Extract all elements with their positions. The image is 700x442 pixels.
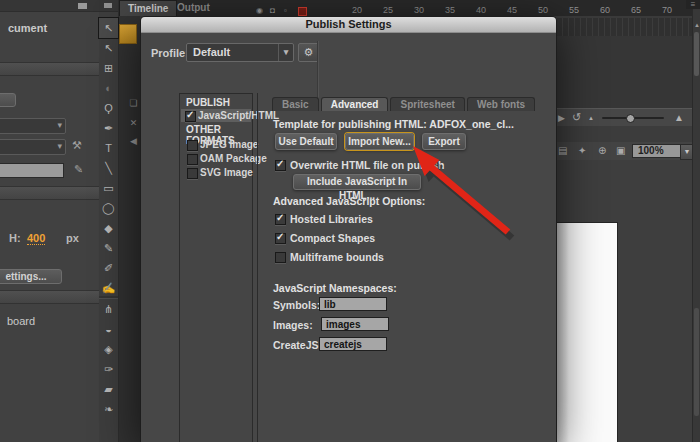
properties-dropdown-2[interactable]: ▾ xyxy=(0,139,66,155)
field-label: CreateJS: xyxy=(273,339,322,351)
properties-dropdown-1[interactable]: ▾ xyxy=(0,118,66,134)
profile-dropdown[interactable]: Default ▾ xyxy=(186,43,294,62)
checkbox-unchecked[interactable] xyxy=(187,168,198,179)
mountain-icon[interactable]: ▲ xyxy=(674,112,684,123)
loop-icon[interactable]: ↺ xyxy=(572,111,581,124)
include-javascript-button[interactable]: Include JavaScript In HTML... xyxy=(293,174,421,190)
export-button[interactable]: Export xyxy=(422,133,466,150)
pencil-tool-icon[interactable]: ✎ xyxy=(99,238,118,258)
lock-icon[interactable]: ◘ xyxy=(270,6,275,15)
checkbox-checked[interactable]: ✓ xyxy=(275,214,286,225)
clip-content-icon[interactable]: ▣ xyxy=(616,145,625,156)
checkbox-unchecked[interactable] xyxy=(187,140,198,151)
checkbox-checked[interactable]: ✓ xyxy=(275,233,286,244)
tab-output[interactable]: Output xyxy=(169,0,218,15)
slider-thumb[interactable] xyxy=(626,114,635,123)
free-transform-tool-icon[interactable]: ⊞ xyxy=(99,58,118,78)
tab-advanced[interactable]: Advanced xyxy=(321,97,389,111)
timeline-control-bar: ▶ ↺ ▲ ▲ xyxy=(556,108,692,128)
paint-brush-tool-icon[interactable]: ✍ xyxy=(99,278,118,298)
section-bar[interactable] xyxy=(0,186,99,200)
timeline-frame-ruler[interactable] xyxy=(556,18,692,37)
timeline-zoom-slider[interactable] xyxy=(602,117,664,119)
list-item-svg[interactable]: SVG Image xyxy=(181,166,251,179)
chevron-left-icon[interactable]: ◀ xyxy=(127,136,140,146)
pencil-icon[interactable]: ✎ xyxy=(74,163,83,176)
oval-tool-icon[interactable]: ◯ xyxy=(99,198,118,218)
small-up-icon[interactable]: ▲ xyxy=(588,115,594,121)
layer-color-swatch[interactable] xyxy=(298,7,307,16)
document-label: cument xyxy=(8,22,47,34)
checkbox-label: Multiframe bounds xyxy=(290,251,384,263)
scrollbar-thumb[interactable] xyxy=(694,32,699,76)
ruler-number: 25 xyxy=(383,5,393,15)
pen-tool-icon[interactable]: ✒ xyxy=(99,118,118,138)
properties-text-field[interactable] xyxy=(0,163,64,178)
settings-button[interactable]: ettings... xyxy=(0,269,62,284)
polystar-tool-icon[interactable]: ◆ xyxy=(99,218,118,238)
check-icon: ✓ xyxy=(276,212,284,223)
section-bar[interactable] xyxy=(0,62,99,76)
scroll-up-icon[interactable]: ▲ xyxy=(693,22,700,28)
vertical-scrollbar[interactable]: ▲ xyxy=(692,0,700,442)
profile-options-button[interactable]: ⚙ xyxy=(298,43,319,62)
checkbox-label: Compact Shapes xyxy=(290,232,375,244)
height-unit: px xyxy=(66,232,79,244)
list-item-label: SVG Image xyxy=(200,167,253,178)
symbols-input[interactable] xyxy=(319,297,387,311)
checkbox-unchecked[interactable] xyxy=(275,252,286,263)
list-item-javascript-html[interactable]: ✓ JavaScript/HTML xyxy=(181,109,251,122)
brush-tool-icon[interactable]: ✐ xyxy=(99,258,118,278)
check-icon: ✓ xyxy=(186,109,194,120)
bone-tool-icon[interactable]: ⋔ xyxy=(99,298,118,319)
tab-spritesheet[interactable]: Spritesheet xyxy=(390,97,464,111)
edit-scene-icon[interactable]: ▤ xyxy=(558,145,567,156)
timeline-track-area[interactable] xyxy=(556,36,692,108)
deco-tool-icon[interactable]: ❧ xyxy=(99,399,118,419)
dialog-title[interactable]: Publish Settings xyxy=(141,17,556,33)
eye-icon[interactable]: ◉ xyxy=(256,6,263,15)
tab-basic[interactable]: Basic xyxy=(272,97,319,111)
text-tool-icon[interactable]: T xyxy=(99,138,118,158)
edit-symbols-icon[interactable]: ✦ xyxy=(578,145,586,156)
wrench-icon[interactable]: ⚒ xyxy=(72,139,82,152)
subselection-tool-icon[interactable]: ↖ xyxy=(99,38,118,58)
line-tool-icon[interactable]: ╲ xyxy=(99,158,118,178)
selection-tool-icon[interactable]: ↖ xyxy=(99,18,118,38)
timeline-header-bar: Timeline Output ◉ ◘ ▫ 20 25 30 35 40 45 … xyxy=(119,0,700,16)
timeline-left-strip xyxy=(119,16,140,442)
section-bar[interactable] xyxy=(0,290,99,304)
eraser-tool-icon[interactable]: ▰ xyxy=(99,379,118,399)
ink-bottle-tool-icon[interactable]: ◈ xyxy=(99,339,118,359)
height-value[interactable]: 400 xyxy=(27,232,45,245)
outline-icon[interactable]: ▫ xyxy=(284,6,287,15)
tab-web-fonts[interactable]: Web fonts xyxy=(467,97,535,111)
eyedropper-tool-icon[interactable]: ✑ xyxy=(99,359,118,379)
layers-icon[interactable]: ❏ xyxy=(127,98,140,108)
cropped-button[interactable] xyxy=(0,93,16,107)
checkbox-unchecked[interactable] xyxy=(187,154,198,165)
list-item-oam[interactable]: OAM Package xyxy=(181,152,251,165)
lasso-tool-icon[interactable]: Ϙ xyxy=(99,98,118,118)
close-icon[interactable]: ✕ xyxy=(127,118,140,128)
createjs-input[interactable] xyxy=(319,337,387,351)
3d-rotation-tool-icon[interactable]: ◐ xyxy=(99,78,118,98)
publish-header: PUBLISH xyxy=(186,97,230,108)
flash-application-window: cument ▾ ▾ ⚒ ✎ H: 400 px ettings... boar… xyxy=(0,0,700,442)
center-frame-icon[interactable]: ⊕ xyxy=(598,145,606,156)
list-item-label: JavaScript/HTML xyxy=(198,110,279,121)
images-input[interactable] xyxy=(321,317,389,331)
panel-menu-icon[interactable]: ≡ xyxy=(686,0,700,9)
stage-canvas[interactable] xyxy=(555,222,618,442)
play-icon[interactable]: ▶ xyxy=(558,113,565,123)
import-new-button[interactable]: Import New... xyxy=(345,133,414,150)
scrollbar-thumb[interactable] xyxy=(694,308,699,416)
checkbox-checked[interactable]: ✓ xyxy=(185,111,196,122)
list-item-jpeg[interactable]: JPEG Image xyxy=(181,138,251,151)
ruler-number: 35 xyxy=(445,5,455,15)
paint-bucket-tool-icon[interactable]: ◒ xyxy=(99,319,118,339)
use-default-button[interactable]: Use Default xyxy=(275,133,337,150)
zoom-level-field[interactable]: 100% xyxy=(632,144,685,158)
checkbox-checked[interactable]: ✓ xyxy=(275,160,286,171)
rectangle-tool-icon[interactable]: ▭ xyxy=(99,178,118,198)
